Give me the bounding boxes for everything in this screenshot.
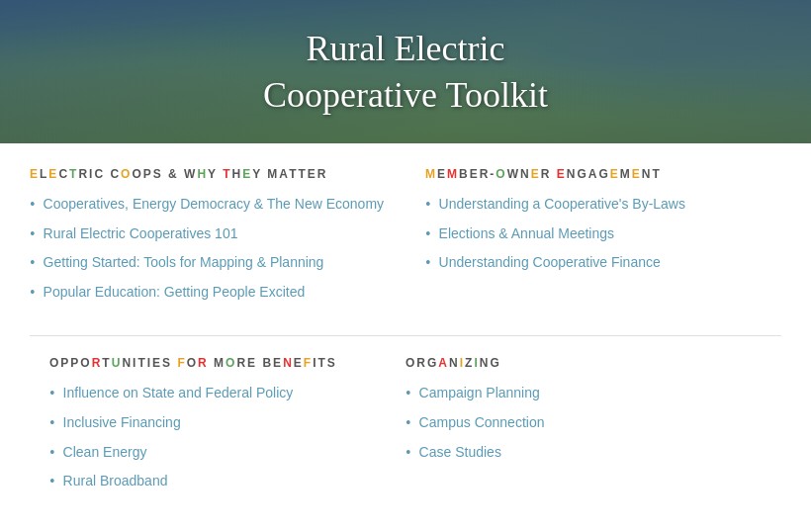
section-divider — [30, 335, 781, 336]
list-item: Inclusive Financing — [49, 413, 406, 433]
list-item: Cooperatives, Energy Democracy & The New… — [30, 195, 386, 215]
electric-coops-links: Cooperatives, Energy Democracy & The New… — [30, 195, 386, 302]
section-opportunities-title: OPPORTUNITIES FOR MORE BENEFITS — [49, 356, 406, 370]
list-item: Influence on State and Federal Policy — [49, 384, 406, 403]
link-case-studies[interactable]: Case Studies — [419, 443, 501, 463]
link-cooperatives-energy[interactable]: Cooperatives, Energy Democracy & The New… — [44, 195, 384, 215]
list-item: Elections & Annual Meetings — [425, 224, 781, 244]
member-owner-links: Understanding a Cooperative's By-Laws El… — [425, 195, 781, 273]
link-campaign-planning[interactable]: Campaign Planning — [419, 384, 540, 403]
section-organizing-title: ORGANIZING — [406, 356, 762, 370]
list-item: Rural Broadband — [49, 472, 406, 491]
section-member-owner: MEMBER-OWNER ENGAGEMENT Understanding a … — [406, 167, 781, 335]
organizing-links: Campaign Planning Campus Connection Case… — [406, 384, 762, 462]
link-rural-electric-101[interactable]: Rural Electric Cooperatives 101 — [44, 224, 238, 244]
section-member-owner-title: MEMBER-OWNER ENGAGEMENT — [425, 167, 781, 181]
link-inclusive-financing[interactable]: Inclusive Financing — [63, 413, 181, 433]
hero-banner: Rural Electric Cooperative Toolkit — [0, 0, 811, 143]
main-content: ELECTRIC COOPS & WHY THEY MATTER Coopera… — [0, 143, 811, 532]
link-cooperative-finance[interactable]: Understanding Cooperative Finance — [439, 253, 661, 273]
section-organizing: ORGANIZING Campaign Planning Campus Conn… — [406, 356, 781, 524]
opportunities-links: Influence on State and Federal Policy In… — [49, 384, 406, 490]
link-bylaws[interactable]: Understanding a Cooperative's By-Laws — [439, 195, 685, 215]
link-elections[interactable]: Elections & Annual Meetings — [439, 224, 614, 244]
hero-title: Rural Electric Cooperative Toolkit — [263, 26, 548, 119]
list-item: Popular Education: Getting People Excite… — [30, 283, 386, 303]
section-opportunities: OPPORTUNITIES FOR MORE BENEFITS Influenc… — [30, 356, 406, 524]
list-item: Rural Electric Cooperatives 101 — [30, 224, 386, 244]
link-popular-education[interactable]: Popular Education: Getting People Excite… — [44, 283, 306, 303]
list-item: Understanding a Cooperative's By-Laws — [425, 195, 781, 215]
list-item: Campus Connection — [406, 413, 762, 433]
list-item: Getting Started: Tools for Mapping & Pla… — [30, 253, 386, 273]
link-influence-state-federal[interactable]: Influence on State and Federal Policy — [63, 384, 294, 403]
list-item: Understanding Cooperative Finance — [425, 253, 781, 273]
section-electric-coops: ELECTRIC COOPS & WHY THEY MATTER Coopera… — [30, 167, 406, 335]
link-campus-connection[interactable]: Campus Connection — [419, 413, 545, 433]
list-item: Campaign Planning — [406, 384, 762, 403]
link-rural-broadband[interactable]: Rural Broadband — [63, 472, 168, 491]
link-getting-started[interactable]: Getting Started: Tools for Mapping & Pla… — [44, 253, 324, 273]
section-electric-coops-title: ELECTRIC COOPS & WHY THEY MATTER — [30, 167, 386, 181]
link-clean-energy[interactable]: Clean Energy — [63, 443, 147, 463]
list-item: Clean Energy — [49, 443, 406, 463]
list-item: Case Studies — [406, 443, 762, 463]
